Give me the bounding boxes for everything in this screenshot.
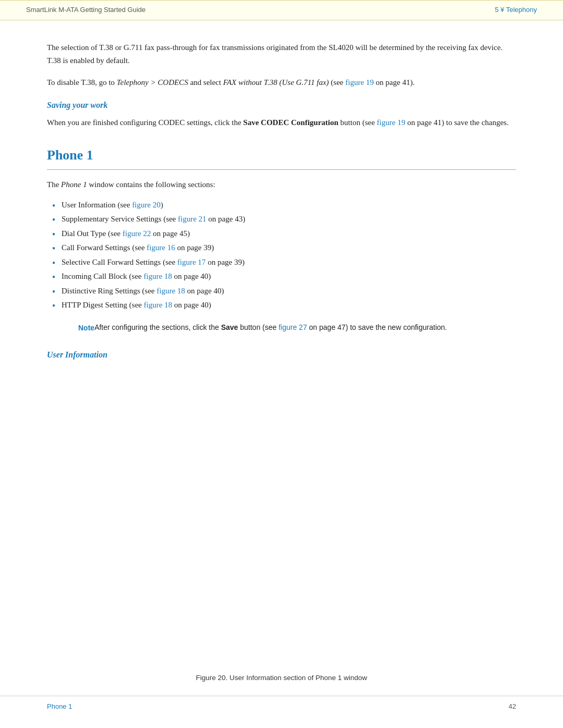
note-save-bold: Save [221,323,238,331]
bullet-text-2-suffix: on page 43) [206,215,246,223]
footer-left: Phone 1 [47,701,72,712]
phone1-bullet-list: User Information (see figure 20) Supplem… [47,199,516,312]
bullet-text-8-prefix: HTTP Digest Setting (see [62,301,144,309]
header-bar: SmartLink M-ATA Getting Started Guide 5 … [0,0,563,20]
main-content: The selection of T.38 or G.711 fax pass-… [0,36,563,393]
list-item: HTTP Digest Setting (see figure 18 on pa… [47,299,516,312]
bullet-text-7-suffix: on page 40) [185,287,224,295]
intro-telephony-italic: Telephony > CODECS [117,78,188,87]
intro-para-1: The selection of T.38 or G.711 fax pass-… [47,41,516,67]
note-block: Note After configuring the sections, cli… [47,322,516,334]
phone1-heading-wrapper: Phone 1 [47,144,516,170]
figure-17-link[interactable]: figure 17 [177,258,206,266]
saving-para: When you are finished configuring CODEC … [47,116,516,129]
figure-22-link[interactable]: figure 22 [123,229,151,238]
user-information-heading: User Information [47,348,516,362]
bullet-text-5-suffix: on page 39) [206,258,245,266]
figure-caption: Figure 20. User Information section of P… [196,674,368,682]
bullet-text-2-prefix: Supplementary Service Settings (see [62,215,178,223]
figure-19-link-1[interactable]: figure 19 [346,78,374,87]
list-item: Call Forward Settings (see figure 16 on … [47,241,516,255]
figure-20-link[interactable]: figure 20 [132,201,161,209]
note-label: Note [47,322,94,334]
list-item: Selective Call Forward Settings (see fig… [47,256,516,269]
header-right: 5 ¥ Telephony [495,5,537,16]
intro-fax-italic: FAX without T.38 (Use G.711 fax) [223,78,329,87]
bullet-text-7-prefix: Distinctive Ring Settings (see [62,287,156,295]
page-wrapper: SmartLink M-ATA Getting Started Guide 5 … [0,0,563,728]
bullet-text-4-prefix: Call Forward Settings (see [62,243,146,252]
figure-19-link-2[interactable]: figure 19 [377,118,406,127]
phone1-intro: The Phone 1 window contains the followin… [47,178,516,191]
bullet-text-4-suffix: on page 39) [175,243,214,252]
saving-heading: Saving your work [47,98,516,112]
figure-caption-area: Figure 20. User Information section of P… [0,671,563,684]
intro-para-2: To disable T.38, go to Telephony > CODEC… [47,76,516,89]
bullet-text-3-prefix: Dial Out Type (see [62,229,123,238]
footer: Phone 1 42 [0,696,563,712]
list-item: Dial Out Type (see figure 22 on page 45) [47,227,516,241]
list-item: Supplementary Service Settings (see figu… [47,213,516,226]
bullet-text-5-prefix: Selective Call Forward Settings (see [62,258,177,266]
list-item: Distinctive Ring Settings (see figure 18… [47,285,516,298]
figure-21-link[interactable]: figure 21 [178,215,206,223]
list-item: User Information (see figure 20) [47,199,516,212]
save-codec-bold: Save CODEC Configuration [243,118,339,127]
bullet-text-1-prefix: User Information (see [62,201,132,209]
figure-18-link-2[interactable]: figure 18 [156,287,185,295]
phone1-italic: Phone 1 [61,180,87,189]
figure-27-link[interactable]: figure 27 [278,323,307,331]
bullet-text-6-suffix: on page 40) [172,272,211,280]
header-left: SmartLink M-ATA Getting Started Guide [26,5,145,16]
figure-18-link-1[interactable]: figure 18 [143,272,172,280]
bullet-text-6-prefix: Incoming Call Block (see [62,272,143,280]
bullet-text-3-suffix: on page 45) [151,229,190,238]
figure-16-link[interactable]: figure 16 [146,243,175,252]
figure-18-link-3[interactable]: figure 18 [144,301,173,309]
footer-right: 42 [509,701,516,712]
list-item: Incoming Call Block (see figure 18 on pa… [47,270,516,283]
bullet-text-8-suffix: on page 40) [172,301,211,309]
bullet-text-1-suffix: ) [161,201,163,209]
phone1-heading: Phone 1 [47,144,516,166]
note-text: After configuring the sections, click th… [94,322,516,333]
